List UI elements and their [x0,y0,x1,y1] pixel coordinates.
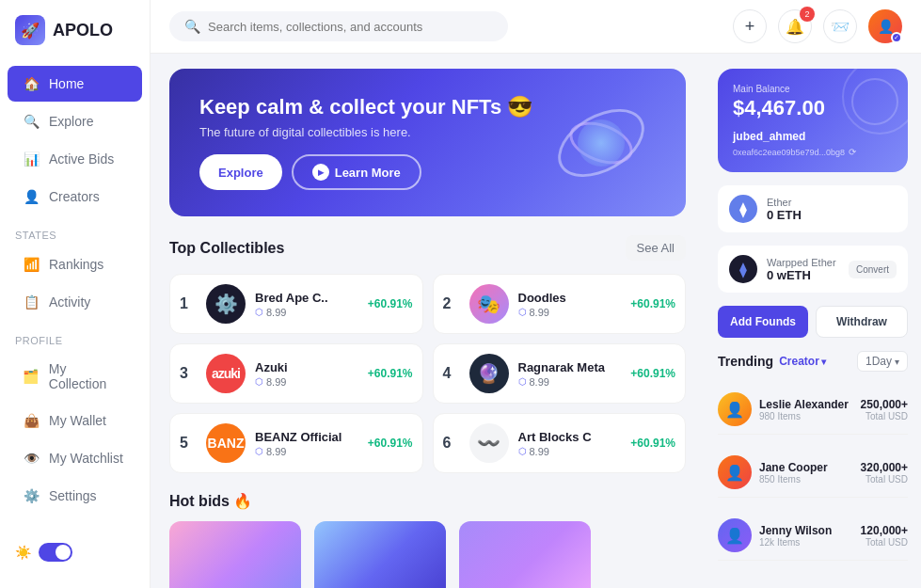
right-panel: Main Balance $4,467.00 jubed_ahmed 0xeaf… [705,54,921,588]
collectible-info: Ragnarak Meta ⬡ 8.99 [518,360,622,388]
collectible-avatar: azuki [206,354,246,393]
sidebar-item-explore[interactable]: 🔍 Explore [8,103,142,139]
collectible-price: ⬡ 8.99 [518,376,622,388]
sidebar-item-collection[interactable]: 🗂️ My Collection [8,352,142,401]
play-circle: ▶ [312,164,329,181]
creator-amount: 320,000+ [861,461,908,474]
search-box[interactable]: 🔍 [169,11,508,41]
copy-icon[interactable]: ⟳ [849,147,856,157]
collectible-rank: 6 [443,435,460,452]
convert-button[interactable]: Convert [849,261,897,278]
user-avatar-wrap[interactable]: 👤 ✓ [868,9,902,43]
collectible-info: Azuki ⬡ 8.99 [255,360,358,388]
collectible-info: Art Blocks C ⬡ 8.99 [518,430,622,457]
collectible-change: +60.91% [368,367,413,380]
collectible-price: ⬡ 8.99 [518,446,622,457]
explore-button[interactable]: Explore [199,154,282,190]
collectible-item[interactable]: 2 🎭 Doodles ⬡ 8.99 +60.91% [433,274,687,334]
collectible-avatar: BANZ [206,423,246,463]
bid-card[interactable] [459,521,591,588]
creators-icon: 👤 [23,188,40,205]
trending-period-label: 1Day [865,355,892,368]
bid-card[interactable] [314,521,446,588]
watchlist-icon: 👁️ [23,450,40,467]
profile-section-label: Profile [0,322,150,350]
banner-subtitle: The future of digital collectibles is he… [199,125,532,139]
collectible-avatar: 〰️ [469,423,509,463]
sidebar-item-active-bids[interactable]: 📊 Active Bids [8,141,142,177]
eth-icon: ⬡ [518,376,527,387]
creator-value: 250,000+ Total USD [861,398,908,421]
collectible-change: +60.91% [368,437,413,450]
search-icon: 🔍 [184,19,200,34]
creator-row[interactable]: 👤 Leslie Alexander 980 Items 250,000+ To… [718,385,908,435]
sidebar-item-watchlist[interactable]: 👁️ My Watchlist [8,440,142,476]
weth-row: ⧫ Warpped Ether 0 wETH Convert [718,246,908,293]
explore-icon: 🔍 [23,113,40,130]
add-funds-button[interactable]: Add Founds [718,306,808,338]
collectibles-header: Top Collectibles See All [169,235,686,261]
collectible-change: +60.91% [630,437,675,450]
eth-icon: ⬡ [255,376,263,387]
ether-amount: 0 ETH [767,208,897,222]
learn-more-button[interactable]: ▶ Learn More [292,154,421,190]
sidebar-item-collection-label: My Collection [49,361,127,391]
collectible-rank: 3 [180,365,197,382]
message-button[interactable]: 📨 [823,9,857,43]
sidebar-item-rankings[interactable]: 📶 Rankings [8,246,142,282]
sidebar-item-rankings-label: Rankings [49,257,103,272]
trending-creator-select[interactable]: Creator ▾ [779,355,826,368]
collectible-item[interactable]: 4 🔮 Ragnarak Meta ⬡ 8.99 +60.91% [433,343,687,404]
trending-header: Trending Creator ▾ 1Day ▾ [718,351,908,372]
app-name: APOLO [53,21,113,40]
home-icon: 🏠 [23,75,40,92]
play-icon: ▶ [318,168,324,177]
sidebar-item-activity[interactable]: 📋 Activity [8,284,142,320]
weth-info: Warpped Ether 0 wETH [767,257,839,282]
creator-info: Jenny Wilson 12k Items [759,524,853,548]
withdraw-button[interactable]: Withdraw [816,306,908,338]
sidebar-item-settings[interactable]: ⚙️ Settings [8,478,142,514]
theme-toggle[interactable]: ☀️ [0,532,150,573]
content-area: Keep calm & collect your NFTs 😎 The futu… [151,54,921,588]
collectible-item[interactable]: 6 〰️ Art Blocks C ⬡ 8.99 +60.91% [433,413,687,473]
sidebar-item-explore-label: Explore [49,114,93,129]
see-all-button[interactable]: See All [626,235,686,261]
creator-amount: 250,000+ [861,398,908,411]
search-input[interactable] [208,20,493,34]
collectible-info: Doodles ⬡ 8.99 [518,291,622,318]
notification-button[interactable]: 🔔 2 [778,9,812,43]
collectible-item[interactable]: 5 BANZ BEANZ Official ⬡ 8.99 +60.91% [169,413,423,473]
trending-label: Trending [718,354,773,369]
hot-bids-title: Hot bids 🔥 [169,492,686,510]
bid-card[interactable] [169,521,301,588]
collectible-rank: 4 [443,365,460,382]
message-icon: 📨 [831,18,850,36]
chevron-down-icon: ▾ [895,357,899,367]
creator-row[interactable]: 👤 Jenny Wilson 12k Items 120,000+ Total … [718,511,908,561]
collectible-name: Art Blocks C [518,430,622,444]
sidebar-item-creators[interactable]: 👤 Creators [8,179,142,215]
sidebar-item-creators-label: Creators [49,189,100,204]
creator-name: Jenny Wilson [759,524,853,537]
dark-mode-toggle[interactable] [39,543,72,562]
collectible-item[interactable]: 1 ⚙️ Bred Ape C.. ⬡ 8.99 +60.91% [169,274,423,334]
notification-badge: 2 [800,7,815,22]
collectible-price: ⬡ 8.99 [255,376,358,388]
moon-icon: ☀️ [15,545,31,560]
eth-icon: ⬡ [255,446,263,456]
banner: Keep calm & collect your NFTs 😎 The futu… [169,69,686,216]
creator-avatar: 👤 [718,518,752,552]
collectible-item[interactable]: 3 azuki Azuki ⬡ 8.99 +60.91% [169,343,423,404]
trending-period-select[interactable]: 1Day ▾ [857,351,908,372]
balance-address: 0xeaf6c2eae09b5e79d...0bg8 ⟳ [733,147,893,157]
add-button[interactable]: + [733,9,767,43]
collectible-price: ⬡ 8.99 [255,307,358,318]
creator-row[interactable]: 👤 Jane Cooper 850 Items 320,000+ Total U… [718,448,908,498]
sidebar-item-home[interactable]: 🏠 Home [8,66,142,102]
weth-amount: 0 wETH [767,268,839,282]
creator-info: Leslie Alexander 980 Items [759,398,853,421]
sidebar-item-wallet[interactable]: 👜 My Wallet [8,403,142,438]
creator-avatar: 👤 [718,455,752,489]
sidebar-item-wallet-label: My Wallet [49,413,106,428]
